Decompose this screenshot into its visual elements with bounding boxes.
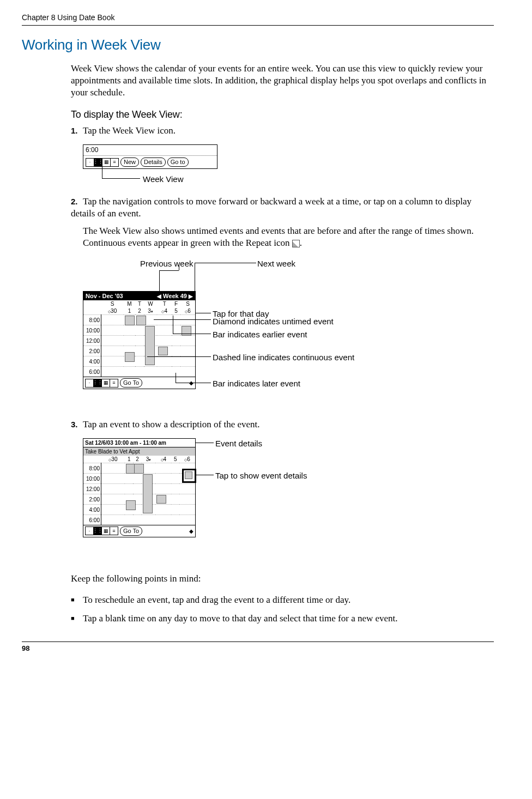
goto-button[interactable]: Go To	[120, 378, 142, 387]
agenda-view-icon[interactable]: ≡	[111, 159, 118, 166]
week-view-icon[interactable]: ⋮⋮	[94, 527, 102, 535]
time-label: 12:00	[83, 484, 101, 494]
time-label: 2:00	[83, 494, 101, 505]
time-label: 8:00	[83, 315, 101, 325]
next-week-icon[interactable]	[189, 293, 193, 299]
selected-event-highlight[interactable]	[182, 469, 196, 483]
callout-later: Bar indicates later event	[213, 378, 300, 389]
outro-paragraph: Keep the following points in mind:	[71, 573, 494, 585]
date-col[interactable]: ◇6	[179, 456, 195, 463]
callout-line	[173, 334, 211, 334]
view-icons[interactable]: · ⋮⋮ ▦ ≡	[86, 158, 119, 167]
day-col[interactable]: S	[101, 300, 124, 307]
step-2-continuation: The Week View also shows untimed events …	[83, 225, 494, 249]
time-label: 2:00	[83, 346, 101, 356]
date-col[interactable]: ◇4	[155, 456, 171, 463]
bullet-list: To reschedule an event, tap and drag the…	[71, 594, 494, 625]
callout-line	[154, 319, 211, 320]
time-label: 4:00	[83, 505, 101, 515]
section-heading: Working in Week View	[22, 37, 494, 53]
week-grid-title: Nov - Dec '03 Week 49	[83, 292, 195, 300]
callout-line	[159, 270, 179, 271]
step-number: 2.	[71, 196, 83, 207]
week-nav[interactable]: Week 49	[157, 292, 193, 300]
callout-earlier: Bar indicates earlier event	[213, 329, 307, 340]
date-header-row: ◇30 1 2 3▾ ◇4 5 ◇6	[83, 456, 195, 463]
event-block[interactable]	[125, 352, 135, 362]
new-button[interactable]: New	[120, 158, 139, 166]
details-button[interactable]: Details	[141, 158, 166, 166]
date-col[interactable]: 5	[172, 307, 180, 315]
figure-week-view-icon: 6:00 · ⋮⋮ ▦ ≡ New Details Go to	[83, 144, 279, 188]
date-col[interactable]: 1	[125, 456, 133, 463]
callout-line	[147, 356, 211, 357]
date-col[interactable]: 2	[133, 456, 141, 463]
view-icons[interactable]: · ⋮⋮ ▦ ≡	[85, 379, 118, 388]
day-col[interactable]: F	[172, 300, 180, 307]
date-col[interactable]: 5	[171, 456, 179, 463]
step-number: 3.	[71, 419, 83, 430]
goto-button[interactable]: Go to	[167, 158, 189, 166]
time-label: 4:00	[83, 356, 101, 367]
prev-week-icon[interactable]	[157, 293, 161, 299]
callout-prev-week: Previous week	[140, 258, 178, 269]
date-col[interactable]: 1	[124, 307, 135, 315]
month-view-icon[interactable]: ▦	[102, 527, 110, 535]
week-view-icon[interactable]: ⋮⋮	[94, 379, 102, 387]
callout-line	[176, 373, 176, 383]
date-col[interactable]: ◇30	[101, 456, 125, 463]
view-icons[interactable]: · ⋮⋮ ▦ ≡	[85, 526, 118, 535]
event-block[interactable]	[156, 495, 166, 504]
callout-tap-event: Tap to show event details	[215, 470, 307, 481]
callout-next-week: Next week	[257, 258, 295, 269]
day-col[interactable]: T	[157, 300, 172, 307]
step-1: 1.Tap the Week View icon. 6:00 · ⋮⋮ ▦ ≡ …	[71, 125, 494, 188]
procedure-heading: To display the Week View:	[71, 108, 494, 121]
event-block[interactable]	[125, 316, 135, 325]
event-detail-title: Take Blade to Vet Appt	[83, 447, 195, 456]
time-label: 6:00	[83, 515, 101, 525]
step-2b-text: The Week View also shows untimed events …	[83, 226, 474, 248]
date-col[interactable]: 3▾	[144, 307, 157, 315]
figure-event-detail: Sat 12/6/03 10:00 am - 11:00 am Take Bla…	[83, 438, 388, 564]
week-grid: Nov - Dec '03 Week 49 S M	[83, 291, 196, 389]
day-col[interactable]: M	[124, 300, 135, 307]
date-col[interactable]: ◇6	[180, 307, 195, 315]
day-col[interactable]: S	[180, 300, 195, 307]
week-label: Week 49	[163, 293, 187, 299]
callout-diamond: Diamond indicates untimed event	[213, 316, 334, 327]
callout-line	[102, 166, 102, 178]
callout-event-details: Event details	[215, 438, 262, 449]
callout-line	[159, 270, 160, 292]
figure-week-grid: Previous week Next week Nov - Dec '03 We…	[83, 258, 497, 411]
step-2: 2.Tap the navigation controls to move fo…	[71, 196, 494, 411]
date-col[interactable]: 2	[135, 307, 144, 315]
callout-week-view: Week View	[143, 174, 183, 185]
step-text: Tap the Week View icon.	[83, 125, 176, 136]
goto-button[interactable]: Go To	[120, 526, 142, 535]
event-block[interactable]	[158, 347, 168, 355]
time-label: 10:00	[83, 325, 101, 336]
scroll-icon[interactable]	[189, 527, 194, 535]
event-block[interactable]	[182, 326, 191, 336]
callout-line	[195, 263, 195, 293]
month-view-icon[interactable]: ▦	[102, 159, 111, 166]
intro-paragraph: Week View shows the calendar of your eve…	[71, 63, 494, 99]
day-col[interactable]: T	[135, 300, 144, 307]
week-grid-detail: Sat 12/6/03 10:00 am - 11:00 am Take Bla…	[83, 438, 196, 537]
day-col[interactable]: W	[144, 300, 157, 307]
agenda-view-icon[interactable]: ≡	[110, 379, 118, 387]
date-col[interactable]: ◇30	[101, 307, 124, 315]
time-label: 6:00	[83, 367, 101, 377]
period: .	[300, 238, 302, 248]
event-detail-header: Sat 12/6/03 10:00 am - 11:00 am	[83, 439, 195, 447]
palm-time-row: 6:00	[83, 145, 217, 156]
month-view-icon[interactable]: ▦	[102, 379, 110, 387]
date-col[interactable]: ◇4	[157, 307, 172, 315]
bullet-item: To reschedule an event, tap and drag the…	[71, 594, 494, 606]
week-view-icon[interactable]: ⋮⋮	[94, 159, 102, 166]
callout-line	[176, 383, 211, 383]
date-col[interactable]: 3▾	[142, 456, 156, 463]
agenda-view-icon[interactable]: ≡	[110, 527, 118, 535]
callout-dashed: Dashed line indicates continuous event	[213, 352, 354, 363]
